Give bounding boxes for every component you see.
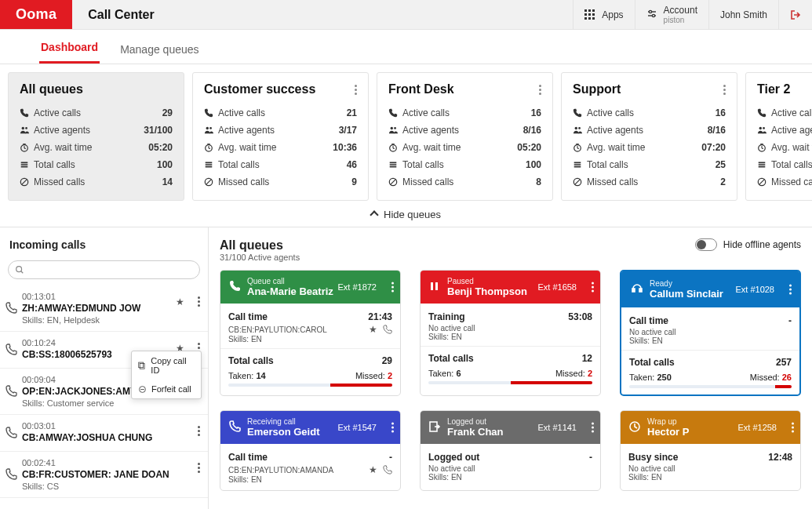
user-name: John Smith [720, 9, 767, 20]
agent-sub2: Skills: EN [428, 333, 592, 341]
queue-card[interactable]: Front DeskActive calls16Active agents8/1… [377, 72, 553, 201]
agent-name: Benji Thompson [447, 285, 527, 297]
metric-value: 25 [716, 159, 726, 170]
kebab-icon[interactable] [723, 85, 726, 95]
metric-label: Missed calls [402, 176, 453, 187]
svg-rect-62 [639, 289, 642, 292]
metric-label: Avg. wait time [402, 142, 461, 153]
row-key: Call time [228, 452, 268, 463]
metric-label: Avg. wait time [34, 142, 92, 153]
queue-title: Front Desk [388, 82, 454, 96]
svg-rect-0 [584, 9, 587, 12]
kebab-icon[interactable] [539, 85, 541, 95]
total-val: 29 [382, 355, 392, 366]
account-button[interactable]: Account piston [635, 0, 708, 29]
tab-dashboard[interactable]: Dashboard [39, 31, 100, 64]
agent-card[interactable]: Wrap upHector PExt #1258Busy since12:48N… [620, 410, 801, 491]
agent-ext: Ext #1658 [537, 282, 577, 292]
metric-label: Missed calls [34, 176, 85, 187]
phone-icon [5, 468, 17, 481]
kebab-icon[interactable] [792, 423, 794, 433]
agent-card[interactable]: ReadyCallum SinclairExt #1028Call time-N… [620, 270, 801, 396]
incoming-call-item[interactable]: 00:13:01ZH:AMWAY:EDMUND JOWSkills: EN, H… [0, 285, 208, 332]
state-icon [631, 282, 643, 297]
incoming-call-item[interactable]: 00:03:01CB:AMWAY:JOSHUA CHUNG [0, 415, 208, 452]
incoming-title: Incoming calls [0, 227, 208, 254]
metric-label: Total calls [587, 159, 628, 170]
user-button[interactable]: John Smith [708, 0, 778, 29]
svg-point-29 [391, 127, 393, 129]
hide-queues-label: Hide queues [384, 209, 441, 220]
missed-val: 2 [388, 371, 392, 380]
metric-value: 07:20 [701, 142, 726, 153]
kebab-icon[interactable] [592, 282, 594, 293]
kebab-icon[interactable] [198, 296, 200, 307]
row-val: - [589, 452, 592, 463]
copy-call-id-item[interactable]: Copy call ID [132, 351, 201, 380]
taken-label: Taken: [629, 373, 654, 382]
metric-value: 8 [536, 176, 541, 187]
star-icon[interactable]: ★ [369, 324, 392, 335]
phone-icon [5, 427, 17, 439]
agent-sub2: Skills: EN [228, 335, 392, 344]
logout-icon [790, 9, 801, 20]
tab-manage-queues[interactable]: Manage queues [118, 34, 200, 64]
queue-card[interactable]: Tier 2Active callsActive agentsAvg. wait… [745, 72, 812, 201]
agent-sub1: No active call [629, 328, 675, 336]
kebab-icon[interactable] [355, 85, 357, 95]
svg-point-21 [206, 127, 209, 129]
svg-line-17 [24, 148, 26, 149]
svg-line-20 [22, 180, 27, 185]
svg-point-10 [649, 10, 651, 13]
logout-button[interactable] [778, 0, 812, 29]
queue-card[interactable]: Customer successActive calls21Active age… [192, 72, 369, 201]
agent-card[interactable]: Receiving callEmerson GeidtExt #1547Call… [220, 410, 401, 491]
metric-label: Active agents [218, 125, 275, 136]
queue-card[interactable]: All queuesActive calls29Active agents31/… [8, 72, 184, 201]
metric-label: Missed calls [771, 176, 812, 187]
queue-card[interactable]: SupportActive calls16Active agents8/16Av… [561, 72, 737, 201]
svg-rect-6 [584, 17, 587, 20]
agent-header: ReadyCallum SinclairExt #1028 [621, 271, 799, 307]
taken-val: 14 [256, 371, 265, 380]
metric-label: Active agents [402, 125, 459, 136]
agent-sub1: No active call [428, 464, 475, 473]
call-time: 00:02:41 [22, 458, 200, 467]
total-label: Total calls [228, 355, 274, 366]
metric-label: Missed calls [218, 176, 269, 187]
account-label: Account [664, 5, 697, 16]
metric-value: 8/16 [708, 125, 726, 136]
agent-card[interactable]: Queue callAna-Marie BeatrizExt #1872Call… [220, 270, 401, 396]
metric-label: Total calls [218, 159, 260, 170]
kebab-icon[interactable] [198, 463, 200, 473]
metric-value: 3/17 [339, 125, 357, 136]
star-icon[interactable]: ★ [176, 296, 184, 307]
incoming-call-item[interactable]: 00:02:41CB:FR:CUSTOMER: JANE DOANSkills:… [0, 452, 208, 498]
agent-sub2: Skills: EN [629, 336, 792, 345]
kebab-icon[interactable] [391, 423, 394, 433]
account-sub: piston [664, 16, 697, 24]
hide-queues-toggle[interactable]: Hide queues [0, 201, 812, 227]
agent-card[interactable]: PausedBenji ThompsonExt #1658Training53:… [420, 270, 601, 396]
metric-label: Avg. wait time [771, 142, 812, 153]
svg-line-44 [575, 180, 581, 185]
search-input[interactable] [8, 260, 200, 279]
apps-button[interactable]: Apps [573, 0, 634, 29]
incoming-call-item[interactable]: 00:10:24CB:SS:18006525793★Copy call IDFo… [0, 332, 208, 369]
forfeit-call-item[interactable]: Forfeit call [132, 380, 201, 398]
metric-value: 10:36 [333, 142, 357, 153]
kebab-icon[interactable] [391, 282, 394, 293]
metric-label: Active calls [771, 107, 812, 118]
total-label: Total calls [428, 353, 474, 364]
queue-title: All queues [20, 82, 83, 96]
star-icon[interactable]: ★ [369, 464, 392, 475]
phone-icon [5, 344, 17, 356]
kebab-icon[interactable] [592, 423, 594, 433]
apps-grid-icon [584, 9, 595, 20]
kebab-icon[interactable] [198, 426, 200, 436]
agent-card[interactable]: Logged outFrank ChanExt #1141Logged out-… [420, 410, 601, 491]
svg-line-54 [21, 271, 24, 274]
svg-point-45 [759, 127, 762, 129]
hide-offline-toggle[interactable]: Hide offline agents [695, 238, 801, 251]
kebab-icon[interactable] [789, 285, 792, 295]
